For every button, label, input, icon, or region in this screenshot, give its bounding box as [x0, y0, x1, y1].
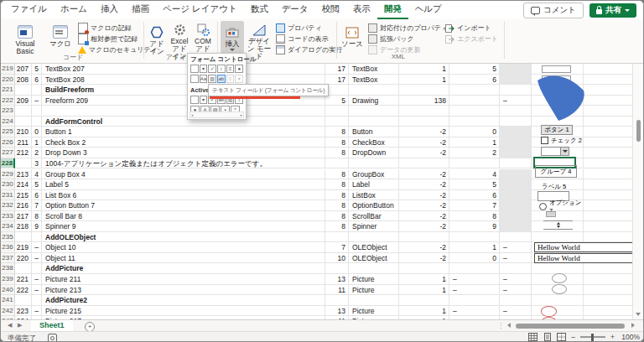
cell-233-f[interactable]: ScrollBar	[349, 211, 399, 222]
cell-221-f[interactable]	[349, 85, 399, 96]
row-header-230[interactable]: 230	[1, 179, 15, 190]
option-button-7-control[interactable]: オプション 7	[539, 202, 586, 211]
cell-222-c[interactable]: –	[32, 96, 42, 106]
row-header-236[interactable]: 236	[1, 242, 15, 253]
cell-221-e[interactable]	[325, 85, 349, 96]
label-5-control[interactable]: ラベル 5	[542, 183, 575, 191]
ribbon-tab-7[interactable]: 校閲	[315, 0, 346, 19]
cell-232-g[interactable]: -2	[399, 200, 449, 211]
cell-233-d[interactable]: Scroll Bar 8	[42, 211, 325, 222]
cell-219-h[interactable]: 5	[449, 64, 500, 75]
cell-239-g[interactable]: 1	[399, 274, 449, 285]
freeform-209-shape[interactable]	[534, 72, 588, 122]
cell-234-i[interactable]	[500, 221, 532, 232]
cell-226-c[interactable]: 1	[32, 137, 42, 148]
cell-232-h[interactable]: 7	[449, 200, 500, 211]
cell-241-d[interactable]: AddPicture2	[42, 295, 325, 306]
cell-223-i[interactable]	[500, 106, 532, 117]
row-header-240[interactable]: 240	[1, 285, 15, 296]
button-1-control[interactable]: ボタン 1	[541, 125, 573, 135]
row-header-238[interactable]: 238	[1, 263, 15, 274]
cell-237-i[interactable]: –	[500, 253, 532, 264]
cell-227-e[interactable]: 8	[325, 148, 349, 158]
zoom-slider-thumb[interactable]	[591, 334, 594, 341]
cell-223-b[interactable]	[15, 106, 32, 117]
ribbon-tab-3[interactable]: 描画	[125, 0, 156, 19]
cell-238-d[interactable]: AddPicture	[42, 263, 325, 274]
cell-219-c[interactable]: 5	[32, 64, 42, 75]
spinner-9-control[interactable]	[543, 220, 573, 230]
cell-230-f[interactable]: Label	[349, 179, 399, 190]
row-header-237[interactable]: 237	[1, 253, 15, 264]
cell-240-k[interactable]	[584, 285, 634, 296]
scroll-right-icon[interactable]: ▸	[241, 113, 242, 117]
cell-240-e[interactable]: 11	[325, 285, 349, 296]
zoom-level[interactable]: 100%	[620, 333, 640, 341]
cell-233-c[interactable]: 8	[32, 211, 42, 222]
cell-223-f[interactable]	[349, 106, 399, 117]
cell-223-d[interactable]	[42, 106, 325, 117]
cell-231-e[interactable]: 8	[325, 190, 349, 201]
form-option-button-icon[interactable]: ●	[235, 65, 243, 73]
cell-224-h[interactable]	[449, 117, 500, 127]
cell-229-b[interactable]: 213	[15, 169, 32, 180]
page-break-preview-button[interactable]	[557, 333, 566, 341]
cell-235-g[interactable]	[399, 232, 449, 243]
cell-226-e[interactable]: 8	[325, 137, 349, 148]
cell-237-f[interactable]: OLEObject	[349, 253, 399, 264]
zoom-out-button[interactable]: –	[571, 333, 575, 341]
cell-219-b[interactable]: 207	[15, 64, 32, 75]
expansion-packs-button[interactable]: 拡張パック	[368, 34, 414, 44]
comments-button[interactable]: コメント	[523, 3, 584, 18]
cell-235-i[interactable]	[500, 232, 532, 243]
cell-221-g[interactable]	[399, 85, 449, 96]
cell-219-e[interactable]: 17	[325, 64, 349, 75]
scroll-left-icon[interactable]: ◂	[191, 113, 193, 117]
cell-230-e[interactable]: 8	[325, 179, 349, 190]
cell-221-b[interactable]	[15, 85, 32, 96]
cell-224-g[interactable]	[399, 117, 449, 127]
cell-236-d[interactable]: Object 10	[42, 242, 325, 253]
cell-229-d[interactable]: Group Box 4	[42, 169, 325, 180]
activex-combo-box-icon[interactable]: ▾	[200, 96, 208, 104]
check-box-2-control[interactable]: チェック 2	[541, 136, 583, 145]
row-header-233[interactable]: 233	[1, 211, 15, 222]
cell-234-b[interactable]: 218	[15, 221, 32, 232]
zoom-in-button[interactable]: +	[610, 333, 615, 341]
cell-234-g[interactable]: -2	[399, 221, 449, 232]
cell-232-e[interactable]: 8	[325, 200, 349, 211]
zoom-slider[interactable]	[580, 336, 605, 338]
cell-223-h[interactable]	[449, 106, 500, 117]
cell-240-b[interactable]: 222	[15, 285, 32, 296]
cell-230-i[interactable]	[500, 179, 532, 190]
cell-237-c[interactable]: –	[32, 253, 42, 264]
cell-224-e[interactable]	[325, 117, 349, 127]
cell-230-k[interactable]	[584, 179, 634, 190]
sheet-nav-right-icon[interactable]: ▶	[18, 322, 22, 329]
row-header-223[interactable]: 223	[1, 106, 15, 117]
cell-239-h[interactable]: –	[449, 274, 500, 285]
view-code-button[interactable]: コードの表示	[276, 34, 329, 44]
cell-230-h[interactable]: 5	[449, 179, 500, 190]
cell-236-c[interactable]: –	[32, 242, 42, 253]
cell-222-i[interactable]: –	[500, 96, 532, 106]
row-header-225[interactable]: 225	[1, 127, 15, 137]
cell-226-h[interactable]: 1	[449, 137, 500, 148]
cell-241-j[interactable]	[532, 295, 584, 306]
group-box-4-control[interactable]: グループ 4	[535, 165, 577, 178]
cell-224-k[interactable]	[584, 117, 634, 127]
cell-226-i[interactable]	[500, 137, 532, 148]
cell-219-f[interactable]: TextBox	[349, 64, 399, 75]
cell-227-b[interactable]: 212	[15, 148, 32, 158]
row-header-227[interactable]: 227	[1, 148, 15, 158]
cell-242-b[interactable]: 223	[15, 306, 32, 317]
form-combo-list-edit-icon[interactable]: ≡	[226, 75, 235, 83]
cell-220-b[interactable]: 208	[15, 75, 32, 86]
cell-236-b[interactable]: 219	[15, 242, 32, 253]
cell-240-d[interactable]: Picture 213	[42, 285, 325, 296]
cell-241-h[interactable]	[449, 295, 500, 306]
cell-231-f[interactable]: ListBox	[349, 190, 399, 201]
cell-222-f[interactable]: Drawing	[349, 96, 399, 106]
cell-229-k[interactable]	[584, 169, 634, 180]
form-spin-button-icon[interactable]: ↕	[217, 65, 226, 73]
